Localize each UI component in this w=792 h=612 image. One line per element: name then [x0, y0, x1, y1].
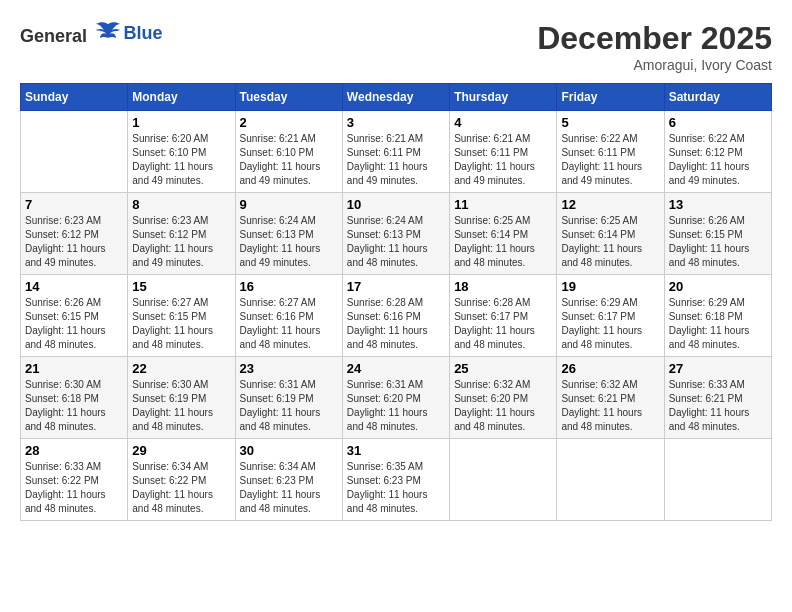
day-info: Sunrise: 6:32 AMSunset: 6:21 PMDaylight:…: [561, 378, 659, 434]
calendar-cell: 7Sunrise: 6:23 AMSunset: 6:12 PMDaylight…: [21, 193, 128, 275]
logo: General Blue: [20, 20, 163, 47]
calendar-cell: 10Sunrise: 6:24 AMSunset: 6:13 PMDayligh…: [342, 193, 449, 275]
day-info: Sunrise: 6:34 AMSunset: 6:23 PMDaylight:…: [240, 460, 338, 516]
calendar-cell: 14Sunrise: 6:26 AMSunset: 6:15 PMDayligh…: [21, 275, 128, 357]
calendar-cell: 23Sunrise: 6:31 AMSunset: 6:19 PMDayligh…: [235, 357, 342, 439]
calendar-cell: 16Sunrise: 6:27 AMSunset: 6:16 PMDayligh…: [235, 275, 342, 357]
day-info: Sunrise: 6:25 AMSunset: 6:14 PMDaylight:…: [454, 214, 552, 270]
day-number: 7: [25, 197, 123, 212]
month-title: December 2025: [537, 20, 772, 57]
calendar-cell: 5Sunrise: 6:22 AMSunset: 6:11 PMDaylight…: [557, 111, 664, 193]
day-number: 30: [240, 443, 338, 458]
day-number: 13: [669, 197, 767, 212]
calendar-cell: 30Sunrise: 6:34 AMSunset: 6:23 PMDayligh…: [235, 439, 342, 521]
day-info: Sunrise: 6:30 AMSunset: 6:18 PMDaylight:…: [25, 378, 123, 434]
day-info: Sunrise: 6:29 AMSunset: 6:17 PMDaylight:…: [561, 296, 659, 352]
day-number: 11: [454, 197, 552, 212]
calendar-cell: 25Sunrise: 6:32 AMSunset: 6:20 PMDayligh…: [450, 357, 557, 439]
day-number: 10: [347, 197, 445, 212]
day-info: Sunrise: 6:33 AMSunset: 6:21 PMDaylight:…: [669, 378, 767, 434]
calendar-cell: 29Sunrise: 6:34 AMSunset: 6:22 PMDayligh…: [128, 439, 235, 521]
day-number: 14: [25, 279, 123, 294]
calendar-cell: 21Sunrise: 6:30 AMSunset: 6:18 PMDayligh…: [21, 357, 128, 439]
calendar-cell: 19Sunrise: 6:29 AMSunset: 6:17 PMDayligh…: [557, 275, 664, 357]
calendar-week-row: 21Sunrise: 6:30 AMSunset: 6:18 PMDayligh…: [21, 357, 772, 439]
calendar-cell: 2Sunrise: 6:21 AMSunset: 6:10 PMDaylight…: [235, 111, 342, 193]
title-area: December 2025 Amoragui, Ivory Coast: [537, 20, 772, 73]
weekday-header-row: SundayMondayTuesdayWednesdayThursdayFrid…: [21, 84, 772, 111]
day-info: Sunrise: 6:34 AMSunset: 6:22 PMDaylight:…: [132, 460, 230, 516]
weekday-header-saturday: Saturday: [664, 84, 771, 111]
day-number: 29: [132, 443, 230, 458]
calendar-cell: 6Sunrise: 6:22 AMSunset: 6:12 PMDaylight…: [664, 111, 771, 193]
weekday-header-sunday: Sunday: [21, 84, 128, 111]
day-number: 1: [132, 115, 230, 130]
calendar-cell: 13Sunrise: 6:26 AMSunset: 6:15 PMDayligh…: [664, 193, 771, 275]
day-info: Sunrise: 6:35 AMSunset: 6:23 PMDaylight:…: [347, 460, 445, 516]
calendar-cell: 1Sunrise: 6:20 AMSunset: 6:10 PMDaylight…: [128, 111, 235, 193]
weekday-header-wednesday: Wednesday: [342, 84, 449, 111]
weekday-header-friday: Friday: [557, 84, 664, 111]
day-number: 31: [347, 443, 445, 458]
day-info: Sunrise: 6:30 AMSunset: 6:19 PMDaylight:…: [132, 378, 230, 434]
calendar-cell: 22Sunrise: 6:30 AMSunset: 6:19 PMDayligh…: [128, 357, 235, 439]
day-number: 17: [347, 279, 445, 294]
day-info: Sunrise: 6:28 AMSunset: 6:16 PMDaylight:…: [347, 296, 445, 352]
calendar-cell: 12Sunrise: 6:25 AMSunset: 6:14 PMDayligh…: [557, 193, 664, 275]
day-number: 21: [25, 361, 123, 376]
day-info: Sunrise: 6:25 AMSunset: 6:14 PMDaylight:…: [561, 214, 659, 270]
weekday-header-tuesday: Tuesday: [235, 84, 342, 111]
calendar-week-row: 7Sunrise: 6:23 AMSunset: 6:12 PMDaylight…: [21, 193, 772, 275]
calendar-cell: 15Sunrise: 6:27 AMSunset: 6:15 PMDayligh…: [128, 275, 235, 357]
day-number: 22: [132, 361, 230, 376]
day-number: 5: [561, 115, 659, 130]
day-info: Sunrise: 6:23 AMSunset: 6:12 PMDaylight:…: [132, 214, 230, 270]
day-info: Sunrise: 6:27 AMSunset: 6:15 PMDaylight:…: [132, 296, 230, 352]
calendar-header: SundayMondayTuesdayWednesdayThursdayFrid…: [21, 84, 772, 111]
day-number: 2: [240, 115, 338, 130]
day-info: Sunrise: 6:31 AMSunset: 6:19 PMDaylight:…: [240, 378, 338, 434]
weekday-header-monday: Monday: [128, 84, 235, 111]
day-info: Sunrise: 6:31 AMSunset: 6:20 PMDaylight:…: [347, 378, 445, 434]
logo-text-blue: Blue: [124, 23, 163, 43]
location-title: Amoragui, Ivory Coast: [537, 57, 772, 73]
day-info: Sunrise: 6:26 AMSunset: 6:15 PMDaylight:…: [669, 214, 767, 270]
calendar-week-row: 1Sunrise: 6:20 AMSunset: 6:10 PMDaylight…: [21, 111, 772, 193]
day-info: Sunrise: 6:28 AMSunset: 6:17 PMDaylight:…: [454, 296, 552, 352]
day-number: 15: [132, 279, 230, 294]
calendar-cell: [557, 439, 664, 521]
day-number: 4: [454, 115, 552, 130]
day-number: 3: [347, 115, 445, 130]
logo-bird-icon: [94, 20, 122, 42]
day-number: 27: [669, 361, 767, 376]
day-number: 23: [240, 361, 338, 376]
calendar-cell: 26Sunrise: 6:32 AMSunset: 6:21 PMDayligh…: [557, 357, 664, 439]
calendar-week-row: 14Sunrise: 6:26 AMSunset: 6:15 PMDayligh…: [21, 275, 772, 357]
day-info: Sunrise: 6:29 AMSunset: 6:18 PMDaylight:…: [669, 296, 767, 352]
day-info: Sunrise: 6:26 AMSunset: 6:15 PMDaylight:…: [25, 296, 123, 352]
day-number: 26: [561, 361, 659, 376]
calendar-table: SundayMondayTuesdayWednesdayThursdayFrid…: [20, 83, 772, 521]
calendar-cell: 11Sunrise: 6:25 AMSunset: 6:14 PMDayligh…: [450, 193, 557, 275]
day-info: Sunrise: 6:24 AMSunset: 6:13 PMDaylight:…: [240, 214, 338, 270]
day-info: Sunrise: 6:33 AMSunset: 6:22 PMDaylight:…: [25, 460, 123, 516]
calendar-body: 1Sunrise: 6:20 AMSunset: 6:10 PMDaylight…: [21, 111, 772, 521]
logo-text-general: General: [20, 26, 87, 46]
calendar-cell: 27Sunrise: 6:33 AMSunset: 6:21 PMDayligh…: [664, 357, 771, 439]
day-number: 25: [454, 361, 552, 376]
calendar-cell: 17Sunrise: 6:28 AMSunset: 6:16 PMDayligh…: [342, 275, 449, 357]
day-number: 28: [25, 443, 123, 458]
page-header: General Blue December 2025 Amoragui, Ivo…: [20, 20, 772, 73]
calendar-cell: [21, 111, 128, 193]
day-number: 19: [561, 279, 659, 294]
calendar-week-row: 28Sunrise: 6:33 AMSunset: 6:22 PMDayligh…: [21, 439, 772, 521]
day-number: 18: [454, 279, 552, 294]
day-info: Sunrise: 6:22 AMSunset: 6:11 PMDaylight:…: [561, 132, 659, 188]
weekday-header-thursday: Thursday: [450, 84, 557, 111]
calendar-cell: 8Sunrise: 6:23 AMSunset: 6:12 PMDaylight…: [128, 193, 235, 275]
calendar-cell: 28Sunrise: 6:33 AMSunset: 6:22 PMDayligh…: [21, 439, 128, 521]
day-info: Sunrise: 6:23 AMSunset: 6:12 PMDaylight:…: [25, 214, 123, 270]
day-number: 24: [347, 361, 445, 376]
day-number: 8: [132, 197, 230, 212]
calendar-cell: [664, 439, 771, 521]
